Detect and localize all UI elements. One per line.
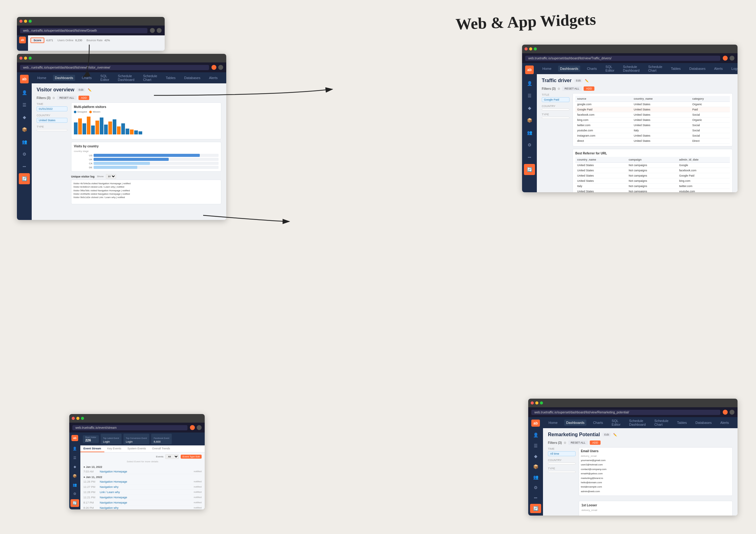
nav-alerts-2[interactable]: Alerts	[712, 65, 725, 72]
nav-alerts-4[interactable]: Alerts	[718, 420, 731, 426]
nav-schedule-dashboard-1[interactable]: Schedule Dashboard	[116, 73, 136, 83]
sidebar-personal-2[interactable]: 👤	[524, 78, 535, 89]
nav-event-stream[interactable]: Event Stream	[80, 445, 104, 452]
sidebar-personal-4[interactable]: 👤	[530, 430, 541, 440]
nav-home-4[interactable]: Home	[547, 420, 559, 426]
nav-schedule-chart-4[interactable]: Schedule Chart	[653, 418, 670, 428]
minimize-btn-2[interactable]	[529, 47, 532, 50]
sidebar-retention-3[interactable]: 🔄	[70, 499, 79, 507]
table-row[interactable]: google.com United States Organic	[575, 102, 730, 107]
sidebar-product-4[interactable]: 📦	[530, 462, 541, 471]
filter-title-value[interactable]: Google Paid	[542, 97, 569, 102]
nav-sql-1[interactable]: SQL Editor	[98, 73, 111, 83]
minimize-btn-4[interactable]	[535, 401, 538, 404]
nav-key-events[interactable]: Key Events	[104, 445, 125, 452]
nav-dashboards-2[interactable]: Dashboards	[558, 65, 580, 72]
nav-charts-2[interactable]: Charts	[585, 65, 599, 72]
nav-logs-2[interactable]: Logs	[730, 65, 738, 72]
nav-sql-4[interactable]: SQL Editor	[610, 418, 622, 428]
sidebar-selection-2[interactable]: ☰	[524, 90, 535, 101]
table-row[interactable]: instagram.com United States Social	[575, 133, 730, 139]
close-icon[interactable]	[19, 20, 22, 23]
add-btn-2[interactable]: ADD	[583, 87, 594, 91]
minimize-btn-3[interactable]	[76, 417, 79, 420]
nav-tables-2[interactable]: Tables	[669, 65, 683, 72]
nav-tables-1[interactable]: Tables	[164, 75, 177, 81]
sidebar-personal[interactable]: 👤	[19, 87, 30, 98]
filter-time-value-4[interactable]: All time	[548, 451, 576, 456]
sidebar-aff[interactable]: ◆	[19, 112, 30, 123]
filter-country-input-2[interactable]	[542, 109, 569, 111]
nav-charts-1[interactable]: Charts	[80, 75, 94, 81]
maximize-icon[interactable]	[29, 20, 32, 23]
close-btn-2[interactable]	[525, 47, 527, 50]
sidebar-retention[interactable]: 🔄	[19, 173, 30, 184]
table-row[interactable]: United States Not campaigns Google Paid	[575, 173, 730, 178]
maximize-btn-1[interactable]	[29, 57, 32, 60]
reset-btn-1[interactable]: RESET ALL	[57, 96, 77, 100]
add-btn-1[interactable]: ADD	[78, 96, 89, 100]
table-row[interactable]: United States Not campaigns facebook.com	[575, 168, 730, 173]
sidebar-engineering[interactable]: ⚙	[19, 149, 30, 160]
sidebar-product[interactable]: 📦	[19, 124, 30, 135]
table-row[interactable]: twitter.com United States Social	[575, 123, 730, 128]
sidebar-retention-4[interactable]: 🔄	[530, 504, 541, 513]
reset-btn-2[interactable]: RESET ALL	[562, 87, 582, 91]
sidebar-more-2[interactable]: •••	[524, 152, 535, 163]
minimize-btn-1[interactable]	[24, 57, 27, 60]
table-row[interactable]: United States Not campaigns Google	[575, 163, 730, 168]
table-row[interactable]: United States Not campaigns youtube.com	[575, 189, 730, 192]
nav-charts-4[interactable]: Charts	[591, 420, 605, 426]
nav-dashboards-1[interactable]: Dashboards	[53, 75, 75, 81]
nav-home-1[interactable]: Home	[36, 75, 48, 81]
sidebar-engineering-2[interactable]: ⚙	[524, 140, 535, 150]
nav-logs-4[interactable]: Logs	[736, 420, 738, 426]
nav-schedule-chart-2[interactable]: Schedule Chart	[646, 64, 664, 73]
nav-home-2[interactable]: Home	[541, 65, 553, 72]
sidebar-selection[interactable]: ☰	[19, 99, 30, 111]
filter-edit-icon-2[interactable]: ⚙	[557, 87, 560, 90]
event-item-4[interactable]: 11:28 PM Link / Learn why notified	[83, 490, 202, 495]
filter-country-input[interactable]: United States	[37, 118, 68, 123]
table-row[interactable]: Google Paid United States Paid	[575, 107, 730, 112]
nav-logs-1[interactable]: Logs	[225, 75, 226, 81]
sidebar-customer-3[interactable]: 👥	[70, 481, 79, 489]
log-rows-select[interactable]: 1025	[106, 174, 116, 179]
nav-tables-4[interactable]: Tables	[675, 420, 689, 426]
maximize-btn-3[interactable]	[81, 417, 84, 420]
sidebar-retention-2[interactable]: 🔄	[524, 164, 535, 175]
title-badge-4[interactable]: Edit	[603, 433, 611, 437]
sidebar-aff-4[interactable]: ◆	[530, 451, 541, 461]
nav-dashboards-4[interactable]: Dashboards	[564, 420, 586, 426]
nav-schedule-2[interactable]: Schedule Dashboard	[621, 64, 641, 73]
event-item-5[interactable]: 11:21 PM Navigation Homepage notified	[83, 495, 202, 500]
nav-alerts-1[interactable]: Alerts	[207, 75, 220, 81]
filter-country-input-4[interactable]	[548, 463, 576, 465]
sidebar-selection-4[interactable]: ☰	[530, 441, 541, 450]
sidebar-more[interactable]: •••	[19, 161, 30, 172]
minimize-icon[interactable]	[24, 20, 27, 23]
table-row[interactable]: direct United States Direct	[575, 139, 730, 144]
nav-schedule-chart-1[interactable]: Schedule Chart	[141, 73, 159, 83]
table-row[interactable]: United States Not campaigns bing.com	[575, 178, 730, 184]
table-row[interactable]: facebook.com United States Social	[575, 112, 730, 117]
sidebar-aff-3[interactable]: ◆	[70, 463, 79, 470]
filter-type-input-2[interactable]	[542, 117, 569, 119]
sidebar-aff-2[interactable]: ◆	[524, 102, 535, 114]
maximize-btn-2[interactable]	[534, 47, 537, 50]
nav-sql-2[interactable]: SQL Editor	[604, 64, 616, 73]
sidebar-customer-4[interactable]: 👥	[530, 472, 541, 482]
table-row[interactable]: bing.com United States Organic	[575, 117, 730, 123]
filter-edit-icon-4[interactable]: ⚙	[564, 441, 566, 445]
sidebar-more-4[interactable]: •••	[530, 494, 541, 503]
event-item-7[interactable]: 8:26 PM Navigation why notified	[83, 505, 202, 509]
nav-schedule-dashboard-4[interactable]: Schedule Dashboard	[627, 418, 648, 428]
table-row[interactable]: youtube.com Italy Social	[575, 128, 730, 133]
event-item-6[interactable]: 8:17 PM Navigation Homepage notified	[83, 500, 202, 505]
event-item-1[interactable]: 7:03 AM Navigation Homepage notified	[83, 469, 202, 474]
close-btn-3[interactable]	[72, 417, 75, 420]
nav-databases-2[interactable]: Databases	[688, 65, 707, 72]
table-row[interactable]: Italy Not campaigns twitter.com	[575, 184, 730, 189]
sidebar-engineering-3[interactable]: ⚙	[70, 490, 79, 498]
nav-system-events[interactable]: System Events	[124, 445, 149, 452]
